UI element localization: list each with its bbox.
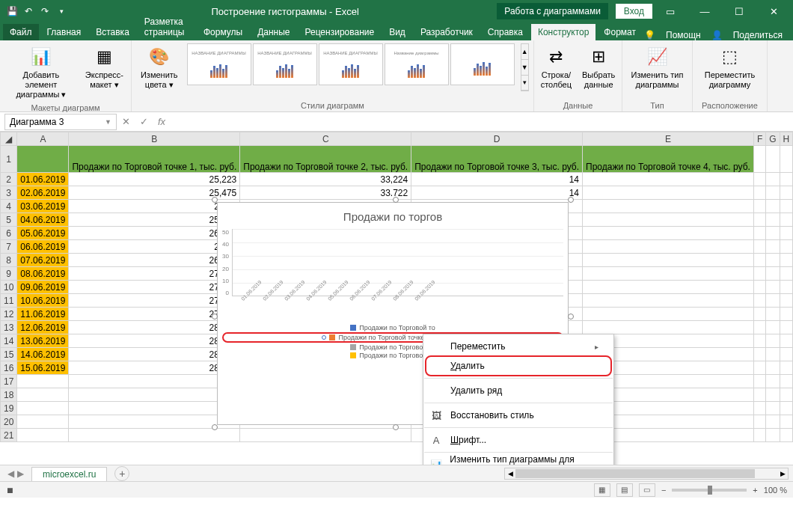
row-header[interactable]: 16: [1, 361, 17, 375]
cell[interactable]: [780, 308, 793, 321]
row-header[interactable]: 14: [1, 334, 17, 348]
tab-data[interactable]: Данные: [251, 24, 296, 40]
cell[interactable]: [583, 213, 754, 227]
cell[interactable]: [17, 388, 69, 402]
cell[interactable]: [780, 173, 793, 186]
save-icon[interactable]: 💾: [6, 5, 18, 17]
row-header[interactable]: 7: [1, 240, 17, 254]
cell[interactable]: [766, 375, 780, 388]
cell[interactable]: [753, 361, 765, 375]
cell[interactable]: 03.06.2019: [17, 200, 69, 213]
column-header[interactable]: F: [753, 132, 765, 146]
cell[interactable]: [766, 186, 780, 200]
cell[interactable]: [766, 281, 780, 294]
cell[interactable]: 28,422: [69, 334, 240, 348]
cell[interactable]: [583, 200, 754, 213]
cell[interactable]: 28,141: [69, 321, 240, 334]
row-header[interactable]: 15: [1, 348, 17, 361]
row-header[interactable]: 5: [1, 213, 17, 227]
row-header[interactable]: 13: [1, 321, 17, 334]
cell[interactable]: [17, 146, 69, 173]
cell[interactable]: 28,993: [69, 361, 240, 375]
cell[interactable]: [766, 429, 780, 442]
cell[interactable]: 12.06.2019: [17, 321, 69, 334]
cell[interactable]: [780, 254, 793, 267]
cell[interactable]: 27,042: [69, 267, 240, 281]
tab-help[interactable]: Справка: [481, 24, 530, 40]
cell[interactable]: [766, 294, 780, 308]
cell[interactable]: [17, 415, 69, 429]
cell[interactable]: 14.06.2019: [17, 348, 69, 361]
cell[interactable]: 33,224: [240, 173, 411, 186]
macro-record-icon[interactable]: ⏹: [6, 486, 14, 495]
cell[interactable]: [69, 388, 240, 402]
zoom-out-button[interactable]: −: [661, 486, 666, 495]
cell[interactable]: 04.06.2019: [17, 213, 69, 227]
cell[interactable]: [766, 321, 780, 334]
cell[interactable]: 09.06.2019: [17, 281, 69, 294]
cell[interactable]: Продажи по Торговой точке 4, тыс. руб.: [583, 146, 754, 173]
cell[interactable]: [766, 200, 780, 213]
more-icon[interactable]: ▾: [521, 76, 528, 91]
cell[interactable]: [780, 186, 793, 200]
cell[interactable]: [766, 254, 780, 267]
cell[interactable]: [766, 213, 780, 227]
cell[interactable]: [583, 186, 754, 200]
cell[interactable]: [240, 429, 411, 442]
cell[interactable]: [753, 294, 765, 308]
cell[interactable]: Продажи по Торговой точке 2, тыс. руб.: [240, 146, 411, 173]
tab-chart-format[interactable]: Формат: [597, 24, 643, 40]
share-button[interactable]: Поделиться: [733, 30, 783, 40]
cell[interactable]: [753, 321, 765, 334]
zoom-slider[interactable]: [672, 489, 747, 492]
cell[interactable]: [780, 281, 793, 294]
cell[interactable]: [583, 173, 754, 186]
menu-item-delete[interactable]: Удалить: [423, 356, 613, 376]
cell[interactable]: [780, 227, 793, 240]
row-header[interactable]: 19: [1, 402, 17, 415]
cell[interactable]: [69, 429, 240, 442]
cell[interactable]: [753, 402, 765, 415]
page-layout-view-button[interactable]: ▤: [616, 483, 633, 497]
cell[interactable]: [780, 348, 793, 361]
column-header[interactable]: B: [69, 132, 240, 146]
cell[interactable]: 11.06.2019: [17, 308, 69, 321]
cell[interactable]: [780, 402, 793, 415]
cell[interactable]: 26,247: [69, 227, 240, 240]
cell[interactable]: [69, 375, 240, 388]
tab-review[interactable]: Рецензирование: [298, 24, 381, 40]
move-chart-button[interactable]: ⬚Переместить диаграмму: [697, 43, 762, 91]
cell[interactable]: 13.06.2019: [17, 334, 69, 348]
cell[interactable]: 05.06.2019: [17, 227, 69, 240]
cell[interactable]: Продажи по Торговой точке 1, тыс. руб.: [69, 146, 240, 173]
cell[interactable]: [780, 388, 793, 402]
cell[interactable]: [766, 388, 780, 402]
cell[interactable]: [583, 321, 754, 334]
cell[interactable]: [766, 267, 780, 281]
column-header[interactable]: G: [766, 132, 780, 146]
prev-sheet-icon[interactable]: ◀: [7, 468, 14, 479]
tell-me-icon[interactable]: 💡: [644, 30, 655, 40]
cell[interactable]: 14: [411, 173, 583, 186]
worksheet-area[interactable]: ◢ABCDEFGHIJ1Продажи по Торговой точке 1,…: [0, 132, 793, 465]
normal-view-button[interactable]: ▦: [594, 483, 610, 497]
cell[interactable]: [753, 281, 765, 294]
tell-me-label[interactable]: Помощн: [666, 30, 701, 40]
menu-item-delete-series[interactable]: Удалить ряд: [423, 381, 613, 400]
cell[interactable]: [753, 173, 765, 186]
cell[interactable]: [766, 348, 780, 361]
row-header[interactable]: 6: [1, 227, 17, 240]
cell[interactable]: [766, 146, 780, 173]
formula-input[interactable]: [171, 114, 793, 130]
cell[interactable]: [17, 402, 69, 415]
fx-icon[interactable]: fx: [153, 116, 171, 127]
add-chart-element-button[interactable]: 📊Добавить элемент диаграммы ▾: [4, 43, 78, 102]
page-break-view-button[interactable]: ▭: [639, 483, 655, 497]
menu-item-change-chart-type[interactable]: 📊Изменить тип диаграммы для ряда...: [423, 455, 613, 465]
row-header[interactable]: 4: [1, 200, 17, 213]
cell[interactable]: 01.06.2019: [17, 173, 69, 186]
cell[interactable]: 14: [411, 186, 583, 200]
cell[interactable]: [753, 146, 765, 173]
cell[interactable]: [583, 267, 754, 281]
quick-layout-button[interactable]: ▦Экспресс- макет ▾: [82, 43, 126, 102]
